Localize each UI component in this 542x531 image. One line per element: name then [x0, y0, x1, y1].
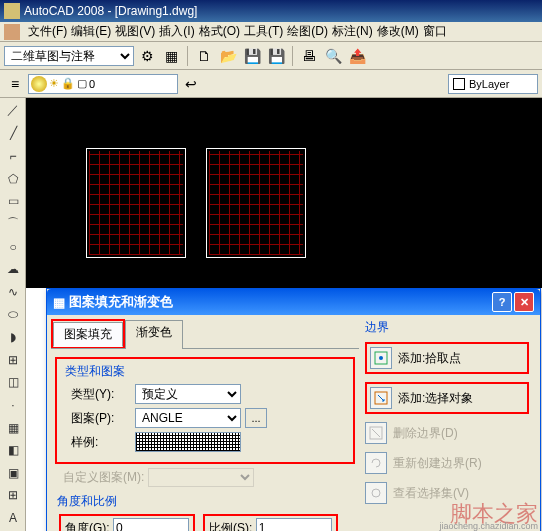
menu-window[interactable]: 窗口 [423, 23, 447, 40]
pattern-select[interactable]: ANGLE [135, 408, 241, 428]
mtext-icon[interactable]: A [2, 507, 24, 529]
toolbar-btn[interactable]: ▦ [160, 45, 182, 67]
ellipse-icon[interactable]: ⬭ [2, 304, 24, 326]
workspace-dropdown[interactable]: 二维草图与注释 [4, 46, 134, 66]
menubar: 文件(F) 编辑(E) 视图(V) 插入(I) 格式(O) 工具(T) 绘图(D… [0, 22, 542, 42]
sample-label: 样例: [71, 434, 131, 451]
custom-pattern-select [148, 468, 254, 487]
app-icon [4, 3, 20, 19]
menu-file[interactable]: 文件(F) [28, 23, 67, 40]
revcloud-icon[interactable]: ☁ [2, 258, 24, 280]
layer-prev-icon[interactable]: ↩ [180, 73, 202, 95]
menu-insert[interactable]: 插入(I) [159, 23, 194, 40]
table-icon[interactable]: ⊞ [2, 485, 24, 507]
dialog-left-pane: 图案填充 渐变色 类型和图案 类型(Y): 预定义 图案(P): ANGLE .… [51, 319, 359, 531]
plot-icon[interactable]: 🖶 [298, 45, 320, 67]
color-dropdown[interactable]: ByLayer [448, 74, 538, 94]
layer-name: 0 [89, 78, 95, 90]
hatch-dialog: ▦ 图案填充和渐变色 ? ✕ 图案填充 渐变色 类型和图案 类型(Y): [46, 288, 541, 531]
save-icon[interactable]: 💾 [241, 45, 263, 67]
polyline-icon[interactable]: ⌐ [2, 145, 24, 167]
region-icon[interactable]: ▣ [2, 462, 24, 484]
group-type-label: 类型和图案 [65, 363, 349, 380]
svg-line-4 [372, 429, 380, 437]
draw-toolbar: ／ ╱ ⌐ ⬠ ▭ ⌒ ○ ☁ ∿ ⬭ ◗ ⊞ ◫ · ▦ ◧ ▣ ⊞ A [0, 98, 26, 531]
toolbar-layers: ≡ ☀ 🔒 ▢ 0 ↩ ByLayer [0, 70, 542, 98]
arc-icon[interactable]: ⌒ [2, 213, 24, 235]
canvas-area: ▦ 图案填充和渐变色 ? ✕ 图案填充 渐变色 类型和图案 类型(Y): [26, 98, 542, 531]
dialog-titlebar[interactable]: ▦ 图案填充和渐变色 ? ✕ [47, 289, 540, 315]
hatched-rect-2 [206, 148, 306, 258]
menu-dim[interactable]: 标注(N) [332, 23, 373, 40]
workspace-settings-icon[interactable]: ⚙ [136, 45, 158, 67]
open-icon[interactable]: 📂 [217, 45, 239, 67]
scale-input[interactable] [256, 518, 332, 531]
angle-input[interactable] [113, 518, 189, 531]
color-swatch [453, 78, 465, 90]
svg-point-5 [372, 489, 380, 497]
bulb-icon [31, 76, 47, 92]
scale-label: 比例(S): [209, 521, 252, 531]
menu-edit[interactable]: 编辑(E) [71, 23, 111, 40]
menu-format[interactable]: 格式(O) [199, 23, 240, 40]
xline-icon[interactable]: ╱ [2, 123, 24, 145]
boundary-label: 边界 [365, 319, 529, 336]
line-icon[interactable]: ／ [2, 100, 24, 122]
saveall-icon[interactable]: 💾 [265, 45, 287, 67]
menu-view[interactable]: 视图(V) [115, 23, 155, 40]
menu-tools[interactable]: 工具(T) [244, 23, 283, 40]
insert-icon[interactable]: ⊞ [2, 349, 24, 371]
pattern-preview[interactable] [135, 432, 241, 452]
hatch-icon[interactable]: ▦ [2, 417, 24, 439]
type-select[interactable]: 预定义 [135, 384, 241, 404]
delete-boundary-icon [365, 422, 387, 444]
select-objects-icon [370, 387, 392, 409]
help-button[interactable]: ? [492, 292, 512, 312]
app-titlebar: AutoCAD 2008 - [Drawing1.dwg] [0, 0, 542, 22]
pattern-browse-button[interactable]: ... [245, 408, 267, 428]
rectangle-icon[interactable]: ▭ [2, 191, 24, 213]
hatched-rect-1 [86, 148, 186, 258]
type-label: 类型(Y): [71, 386, 131, 403]
preview-icon[interactable]: 🔍 [322, 45, 344, 67]
group-angle-label: 角度和比例 [57, 493, 359, 510]
ellipsearc-icon[interactable]: ◗ [2, 326, 24, 348]
publish-icon[interactable]: 📤 [346, 45, 368, 67]
layer-dropdown[interactable]: ☀ 🔒 ▢ 0 [28, 74, 178, 94]
polygon-icon[interactable]: ⬠ [2, 168, 24, 190]
new-icon[interactable]: 🗋 [193, 45, 215, 67]
pattern-label: 图案(P): [71, 410, 131, 427]
watermark-url: jiaocheng.chazidian.com [439, 521, 538, 531]
document-icon[interactable] [4, 24, 20, 40]
add-select-row[interactable]: 添加:选择对象 [365, 382, 529, 414]
circle-icon[interactable]: ○ [2, 236, 24, 258]
svg-point-1 [379, 356, 383, 360]
block-icon[interactable]: ◫ [2, 372, 24, 394]
close-button[interactable]: ✕ [514, 292, 534, 312]
separator [292, 46, 293, 66]
recreate-boundary-row: 重新创建边界(R) [365, 452, 529, 474]
dialog-title: 图案填充和渐变色 [69, 293, 173, 311]
menu-modify[interactable]: 修改(M) [377, 23, 419, 40]
point-icon[interactable]: · [2, 394, 24, 416]
angle-label: 角度(G): [65, 521, 110, 531]
app-title: AutoCAD 2008 - [Drawing1.dwg] [24, 4, 197, 18]
tabs: 图案填充 渐变色 [51, 319, 359, 349]
view-selection-icon [365, 482, 387, 504]
separator [187, 46, 188, 66]
custom-pattern-row: 自定义图案(M): [63, 468, 359, 487]
gradient-icon[interactable]: ◧ [2, 439, 24, 461]
tab-hatch[interactable]: 图案填充 [53, 322, 123, 347]
tab-gradient[interactable]: 渐变色 [125, 320, 183, 349]
recreate-icon [365, 452, 387, 474]
view-selection-row: 查看选择集(V) [365, 482, 529, 504]
pick-point-icon [370, 347, 392, 369]
spline-icon[interactable]: ∿ [2, 281, 24, 303]
drawing-canvas[interactable] [26, 98, 542, 288]
toolbar-workspace: 二维草图与注释 ⚙ ▦ 🗋 📂 💾 💾 🖶 🔍 📤 [0, 42, 542, 70]
menu-draw[interactable]: 绘图(D) [287, 23, 328, 40]
dialog-right-pane: 边界 添加:拾取点 添加:选择对象 删除边界(D) [359, 319, 529, 531]
delete-boundary-row: 删除边界(D) [365, 422, 529, 444]
layer-manager-icon[interactable]: ≡ [4, 73, 26, 95]
add-pick-row[interactable]: 添加:拾取点 [365, 342, 529, 374]
